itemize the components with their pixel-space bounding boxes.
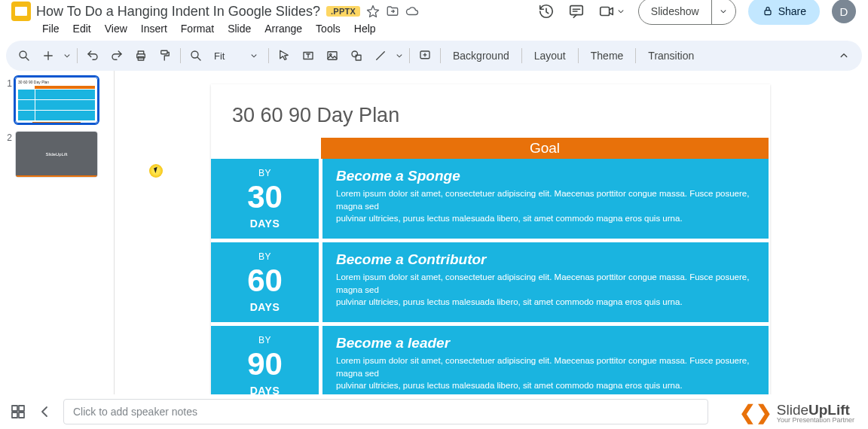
- goal-title: Become a leader: [336, 335, 755, 351]
- redo-icon[interactable]: [106, 45, 127, 66]
- history-icon[interactable]: [537, 2, 555, 20]
- day-box[interactable]: BY 60 DAYS: [211, 242, 319, 322]
- svg-point-11: [352, 51, 358, 57]
- menu-format[interactable]: Format: [175, 21, 220, 36]
- svg-point-3: [20, 51, 26, 58]
- meet-icon[interactable]: [598, 2, 616, 20]
- document-title[interactable]: How To Do a Hanging Indent In Google Sli…: [36, 4, 320, 20]
- move-folder-icon[interactable]: [386, 5, 399, 18]
- svg-point-10: [330, 53, 332, 55]
- cloud-status-icon[interactable]: [405, 5, 419, 18]
- new-slide-icon[interactable]: [38, 45, 59, 66]
- print-icon[interactable]: [130, 45, 151, 66]
- menu-arrange[interactable]: Arrange: [258, 21, 308, 36]
- goal-description: Lorem ipsum dolor sit amet, consectetuer…: [336, 271, 755, 309]
- menu-edit[interactable]: Edit: [67, 21, 97, 36]
- goal-box[interactable]: Become a Contributor Lorem ipsum dolor s…: [322, 242, 769, 322]
- svg-rect-2: [765, 11, 771, 15]
- menu-slide[interactable]: Slide: [222, 21, 257, 36]
- svg-point-7: [191, 51, 198, 58]
- thumb-number: 1: [5, 77, 12, 123]
- slide-thumbnail-2[interactable]: SlideUpLift: [15, 131, 98, 178]
- day-number: 30: [247, 181, 283, 213]
- slideuplift-watermark: ❮❯ SlideUpLift Your Presentation Partner: [739, 401, 854, 424]
- undo-icon[interactable]: [82, 45, 103, 66]
- collapse-toolbar-icon[interactable]: [833, 45, 854, 66]
- svg-rect-9: [328, 52, 337, 60]
- svg-rect-1: [601, 8, 610, 16]
- textbox-icon[interactable]: [298, 45, 319, 66]
- menu-tools[interactable]: Tools: [310, 21, 347, 36]
- star-icon[interactable]: [366, 5, 380, 18]
- svg-rect-0: [570, 6, 583, 15]
- svg-rect-6: [161, 50, 167, 54]
- menu-insert[interactable]: Insert: [135, 21, 173, 36]
- goal-title: Become a Contributor: [336, 251, 755, 268]
- cursor-highlight-icon: [149, 164, 163, 178]
- svg-rect-17: [19, 412, 24, 418]
- meet-dropdown-icon[interactable]: [616, 2, 626, 20]
- svg-rect-14: [12, 406, 17, 411]
- plan-row[interactable]: BY 60 DAYS Become a Contributor Lorem ip…: [211, 242, 770, 322]
- zoom-tool-icon[interactable]: [185, 45, 206, 66]
- search-menus-icon[interactable]: [14, 45, 35, 66]
- day-box[interactable]: BY 30 DAYS: [211, 159, 319, 239]
- share-button[interactable]: Share: [748, 0, 820, 25]
- line-dropdown-icon[interactable]: [394, 45, 405, 66]
- background-button[interactable]: Background: [445, 50, 517, 62]
- day-by-label: BY: [258, 335, 271, 345]
- goal-description: Lorem ipsum dolor sit amet, consectetuer…: [336, 354, 755, 392]
- svg-rect-16: [12, 412, 17, 418]
- svg-rect-15: [19, 406, 24, 411]
- paint-format-icon[interactable]: [154, 45, 176, 66]
- day-days-label: DAYS: [250, 301, 280, 313]
- user-avatar[interactable]: D: [832, 0, 856, 23]
- image-icon[interactable]: [322, 45, 343, 66]
- day-number: 90: [247, 348, 283, 380]
- line-icon[interactable]: [370, 45, 391, 66]
- select-tool-icon[interactable]: [274, 45, 295, 66]
- zoom-select[interactable]: Fit: [209, 50, 264, 62]
- slide-content[interactable]: 30 60 90 Day Plan Goal BY 30 DAYS Become…: [211, 84, 770, 400]
- thumb-number: 2: [5, 131, 12, 178]
- slides-logo-icon[interactable]: [11, 2, 31, 21]
- layout-button[interactable]: Layout: [527, 50, 573, 62]
- day-by-label: BY: [258, 168, 271, 178]
- new-slide-dropdown-icon[interactable]: [62, 45, 72, 66]
- grid-view-icon[interactable]: [9, 403, 27, 421]
- menu-view[interactable]: View: [99, 21, 133, 36]
- svg-rect-5: [138, 57, 144, 61]
- goal-title: Become a Sponge: [336, 168, 755, 184]
- goal-box[interactable]: Become a Sponge Lorem ipsum dolor sit am…: [322, 159, 769, 239]
- plan-row[interactable]: BY 30 DAYS Become a Sponge Lorem ipsum d…: [211, 159, 770, 239]
- slide-thumbnail-1[interactable]: 30 60 90 Day Plan: [15, 77, 98, 123]
- menu-file[interactable]: File: [36, 21, 66, 36]
- goal-header[interactable]: Goal: [321, 138, 769, 159]
- day-number: 60: [247, 265, 283, 297]
- day-by-label: BY: [258, 251, 271, 262]
- slideshow-button[interactable]: Slideshow: [638, 0, 736, 25]
- transition-button[interactable]: Transition: [640, 50, 701, 62]
- pptx-badge: .PPTX: [326, 6, 360, 17]
- filmstrip: 1 30 60 90 Day Plan 2 SlideUpLift: [0, 71, 115, 411]
- menu-help[interactable]: Help: [348, 21, 382, 36]
- add-comment-icon[interactable]: [414, 45, 436, 66]
- slideshow-dropdown-icon[interactable]: [711, 0, 735, 24]
- slide-title[interactable]: 30 60 90 Day Plan: [211, 104, 770, 127]
- explore-collapse-icon[interactable]: [36, 403, 54, 421]
- speaker-notes-input[interactable]: Click to add speaker notes: [63, 399, 708, 424]
- theme-button[interactable]: Theme: [583, 50, 631, 62]
- shape-icon[interactable]: [346, 45, 367, 66]
- toolbar: Fit Background Layout Theme Transition: [6, 41, 862, 71]
- day-days-label: DAYS: [250, 218, 280, 230]
- slide-canvas[interactable]: 30 60 90 Day Plan Goal BY 30 DAYS Become…: [115, 71, 868, 411]
- comments-icon[interactable]: [567, 2, 585, 20]
- goal-description: Lorem ipsum dolor sit amet, consectetuer…: [336, 187, 755, 225]
